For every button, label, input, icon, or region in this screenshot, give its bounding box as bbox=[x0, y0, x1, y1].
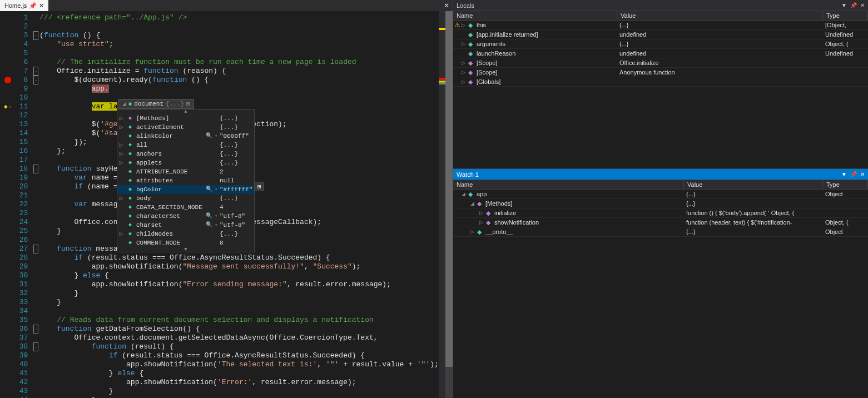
intellisense-item[interactable]: ◆charset🔍▾"utf-8" bbox=[117, 221, 254, 230]
code-line[interactable]: function getDataFromSelection() { bbox=[39, 325, 439, 334]
watch-title-bar[interactable]: Watch 1 ▼ 📌 ✕ bbox=[453, 169, 868, 180]
dropdown-icon[interactable]: ▼ bbox=[841, 171, 847, 177]
magnifier-icon[interactable]: 🔍 bbox=[206, 212, 212, 221]
table-row[interactable]: ◢◆app{...}Object bbox=[453, 190, 868, 199]
fold-toggle-icon[interactable]: - bbox=[33, 325, 38, 334]
expander-icon[interactable]: ▷ bbox=[118, 123, 124, 132]
magnifier-icon[interactable]: 🔍 bbox=[206, 185, 212, 194]
col-value[interactable]: Value bbox=[617, 11, 823, 20]
intellisense-item[interactable]: ◆ATTRIBUTE_NODE2 bbox=[117, 167, 254, 176]
code-line[interactable]: } bbox=[39, 387, 439, 396]
code-line[interactable]: app. bbox=[39, 84, 439, 93]
debug-tooltip[interactable]: ◢ ◆ document {...} ⊞ bbox=[118, 99, 194, 109]
expander-icon[interactable]: ▷ bbox=[460, 60, 467, 66]
scroll-down-icon[interactable]: ▼ bbox=[117, 247, 254, 252]
expander-icon[interactable]: ▷ bbox=[460, 69, 467, 75]
pin-icon[interactable]: 📌 bbox=[850, 171, 857, 177]
code-line[interactable]: "use strict"; bbox=[39, 40, 439, 49]
code-line[interactable]: app.showNotification("Message sent succe… bbox=[39, 262, 439, 271]
intellisense-item[interactable]: ◆characterSet🔍▾"utf-8" bbox=[117, 212, 254, 221]
vertical-scrollbar[interactable] bbox=[445, 11, 453, 398]
table-row[interactable]: ▷◆[Scope]Office.initialize bbox=[453, 58, 868, 68]
code-line[interactable] bbox=[39, 22, 439, 31]
expander-icon[interactable]: ▷ bbox=[460, 22, 467, 28]
table-row[interactable]: ▷◆showNotificationfunction (header, text… bbox=[453, 218, 868, 227]
code-editor[interactable]: ◆→ 1234567891011121314151617181920212223… bbox=[0, 11, 453, 398]
close-icon[interactable]: ✕ bbox=[860, 171, 865, 177]
code-line[interactable] bbox=[39, 93, 439, 102]
expander-icon[interactable]: ▷ bbox=[478, 220, 484, 225]
code-line[interactable]: } else { bbox=[39, 369, 439, 378]
table-row[interactable]: ▷◆[Globals] bbox=[453, 77, 868, 87]
expander-icon[interactable]: ▷ bbox=[118, 194, 124, 203]
table-row[interactable]: ◆[app.initialize returned]undefinedUndef… bbox=[453, 30, 868, 39]
table-row[interactable]: ▷◆arguments{...}Object, ( bbox=[453, 39, 868, 49]
expander-icon[interactable]: ▷ bbox=[118, 158, 124, 167]
code-line[interactable]: // Reads data from current document sele… bbox=[39, 316, 439, 325]
code-line[interactable]: } bbox=[39, 396, 439, 398]
fold-toggle-icon[interactable]: - bbox=[33, 31, 38, 40]
intellisense-item[interactable]: ▷◆applets{...} bbox=[117, 158, 254, 167]
code-line[interactable]: if (result.status === Office.AsyncResult… bbox=[39, 253, 439, 262]
table-row[interactable]: ⚠▷◆this{...}[Object, bbox=[453, 21, 868, 30]
code-line[interactable] bbox=[39, 307, 439, 316]
col-type[interactable]: Type bbox=[823, 180, 868, 189]
expander-icon[interactable]: ▷ bbox=[118, 141, 124, 150]
code-line[interactable]: app.showNotification('The selected text … bbox=[39, 360, 439, 369]
fold-toggle-icon[interactable]: - bbox=[33, 165, 38, 173]
col-value[interactable]: Value bbox=[684, 180, 823, 189]
pin-icon[interactable]: 📌 bbox=[29, 2, 37, 9]
expand-right-icon[interactable]: ⊞ bbox=[186, 100, 190, 108]
code-line[interactable]: if (result.status === Office.AsyncResult… bbox=[39, 351, 439, 360]
code-line[interactable]: app.showNotification('Error:', result.er… bbox=[39, 378, 439, 387]
intellisense-item[interactable]: ◆attributesnull bbox=[117, 176, 254, 185]
intellisense-item[interactable]: ▷◆body{...} bbox=[117, 194, 254, 203]
intellisense-item[interactable]: ▷◆activeElement{...} bbox=[117, 123, 254, 132]
fold-toggle-icon[interactable]: - bbox=[33, 342, 38, 351]
expander-icon[interactable]: ◢ bbox=[460, 191, 467, 197]
overview-ruler[interactable] bbox=[439, 11, 446, 398]
expander-icon[interactable]: ▷ bbox=[478, 210, 484, 216]
intellisense-popup[interactable]: ▲ ▷◆[Methods]{...}▷◆activeElement{...}◆a… bbox=[117, 109, 255, 252]
intellisense-item[interactable]: ▷◆childNodes{...} bbox=[117, 230, 254, 238]
code-line[interactable]: } bbox=[39, 289, 439, 298]
expand-side-tooltip[interactable]: ⊞ bbox=[255, 182, 264, 191]
expander-icon[interactable]: ◢ bbox=[122, 100, 126, 108]
pin-icon[interactable]: 📌 bbox=[850, 2, 857, 8]
intellisense-item[interactable]: ◆alinkColor🔍▾"0000ff" bbox=[117, 132, 254, 141]
code-line[interactable]: Office.initialize = function (reason) { bbox=[39, 67, 439, 76]
code-line[interactable]: app.showNotification("Error sending mess… bbox=[39, 280, 439, 289]
code-line[interactable]: /// <reference path="../App.js" /> bbox=[39, 13, 439, 22]
scroll-up-icon[interactable]: ▲ bbox=[117, 110, 254, 114]
expander-icon[interactable]: ▷ bbox=[460, 79, 467, 84]
magnifier-icon[interactable]: 🔍 bbox=[206, 132, 212, 141]
code-line[interactable]: } else { bbox=[39, 271, 439, 280]
file-tab[interactable]: Home.js 📌 ✕ bbox=[0, 0, 48, 11]
fold-toggle-icon[interactable]: - bbox=[33, 76, 38, 84]
expander-icon[interactable]: ▷ bbox=[460, 41, 467, 47]
code-line[interactable] bbox=[39, 49, 439, 58]
expander-icon[interactable]: ▷ bbox=[469, 229, 475, 235]
magnifier-icon[interactable]: 🔍 bbox=[206, 221, 212, 230]
close-icon[interactable]: ✕ bbox=[39, 2, 44, 9]
intellisense-item[interactable]: ▷◆anchors{...} bbox=[117, 150, 254, 158]
expander-icon[interactable]: ◢ bbox=[469, 201, 475, 206]
dropdown-icon[interactable]: ▼ bbox=[841, 2, 847, 8]
table-row[interactable]: ◢◆[Methods]{...} bbox=[453, 199, 868, 208]
table-row[interactable]: ▷◆[Scope]Anonymous function bbox=[453, 68, 868, 77]
code-line[interactable]: $(document).ready(function () { bbox=[39, 76, 439, 84]
table-row[interactable]: ◆launchReasonundefinedUndefined bbox=[453, 49, 868, 58]
table-row[interactable]: ▷◆initializefunction () { $('body').appe… bbox=[453, 208, 868, 218]
intellisense-item[interactable]: ◆CDATA_SECTION_NODE4 bbox=[117, 203, 254, 212]
intellisense-item[interactable]: ▷◆[Methods]{...} bbox=[117, 114, 254, 123]
close-all-icon[interactable]: ✕ bbox=[440, 2, 453, 9]
col-name[interactable]: Name bbox=[453, 180, 684, 189]
fold-toggle-icon[interactable]: - bbox=[33, 245, 38, 253]
expand-icon[interactable]: ⊞ bbox=[257, 182, 261, 191]
intellisense-item[interactable]: ◆COMMENT_NODE8 bbox=[117, 238, 254, 247]
locals-title-bar[interactable]: Locals ▼ 📌 ✕ bbox=[453, 0, 868, 11]
code-line[interactable]: // The initialize function must be run e… bbox=[39, 58, 439, 67]
intellisense-item[interactable]: ◆bgColor🔍▾"#ffffff" bbox=[117, 185, 254, 194]
col-type[interactable]: Type bbox=[823, 11, 868, 20]
table-row[interactable]: ▷◆__proto__{...}Object bbox=[453, 227, 868, 237]
